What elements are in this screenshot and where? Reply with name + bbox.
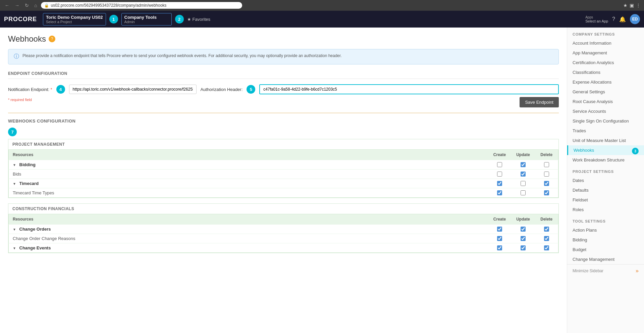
extensions-icon[interactable]: ▣ [630, 3, 634, 8]
row-label: Change Order Change Reasons [9, 234, 488, 243]
sidebar-item-work-breakdown[interactable]: Work Breakdown Structure [567, 155, 644, 165]
cocr-update-cell [512, 234, 535, 243]
bids-create-cell [488, 170, 512, 179]
notifications-button[interactable]: 🔔 [619, 16, 626, 22]
help-button[interactable]: ? [612, 16, 615, 22]
nav-home-button[interactable]: ⌂ [33, 2, 38, 9]
chevron-down-icon[interactable]: ▼ [13, 246, 16, 250]
tct-update-cell [512, 188, 535, 198]
chevron-down-icon[interactable]: ▼ [13, 182, 16, 186]
sidebar-item-account-information[interactable]: Account Information [567, 38, 644, 48]
sidebar-item-action-plans[interactable]: Action Plans [567, 225, 644, 235]
cf-label: CONSTRUCTION FINANCIALS [12, 206, 74, 211]
help-icon[interactable]: ? [49, 36, 55, 42]
table-row: ▼ Bidding [9, 160, 558, 170]
procore-logo: PROCORE [4, 16, 37, 23]
sidebar-item-expense-allocations[interactable]: Expense Allocations [567, 77, 644, 87]
bidding-update-checkbox[interactable] [521, 162, 526, 167]
timecard-delete-checkbox[interactable] [544, 181, 549, 186]
lock-icon: 🔒 [44, 3, 49, 8]
minimize-sidebar-button[interactable]: Minimize Sidebar [573, 269, 603, 273]
nav-back-button[interactable]: ← [3, 2, 11, 9]
sidebar-item-defaults[interactable]: Defaults [567, 185, 644, 195]
sidebar-item-fieldset[interactable]: Fieldset [567, 195, 644, 205]
tct-delete-checkbox[interactable] [544, 190, 549, 195]
browser-icons: ★ ▣ ⋮ [623, 3, 641, 8]
bids-update-checkbox[interactable] [521, 172, 526, 177]
info-banner: ⓘ Please provide a notification endpoint… [8, 49, 559, 64]
timecard-update-checkbox[interactable] [521, 181, 526, 186]
sidebar-item-trades[interactable]: Trades [567, 126, 644, 136]
co-delete-checkbox[interactable] [544, 227, 549, 232]
tct-update-checkbox[interactable] [521, 190, 526, 195]
ce-delete-checkbox[interactable] [544, 245, 549, 250]
table-row: ▼ Timecard [9, 179, 558, 188]
sidebar-item-webhooks[interactable]: Webhooks 3 [567, 145, 644, 155]
company-dropdown[interactable]: Toric Demo Company US02 Select a Project [43, 13, 106, 26]
auth-label: Authorization Header: [201, 87, 243, 92]
bids-delete-checkbox[interactable] [544, 172, 549, 177]
required-star: * [50, 87, 52, 92]
co-create-checkbox[interactable] [497, 227, 502, 232]
sidebar-bottom: Minimize Sidebar » [567, 264, 644, 277]
sidebar-item-dates[interactable]: Dates [567, 176, 644, 185]
sidebar-item-general-settings[interactable]: General Settings [567, 87, 644, 97]
bidding-delete-checkbox[interactable] [544, 162, 549, 167]
tools-dropdown[interactable]: Company Tools Admin [121, 13, 172, 26]
tool-settings-title: TOOL SETTINGS [567, 215, 644, 225]
pm-col-update: Update [512, 150, 535, 160]
menu-icon[interactable]: ⋮ [636, 3, 641, 8]
project-management-section: PROJECT MANAGEMENT Resources Create Upda… [8, 139, 559, 198]
row-label: ▼ Bidding [9, 160, 488, 170]
sidebar-item-budget[interactable]: Budget [567, 245, 644, 254]
table-row: Timecard Time Types [9, 188, 558, 198]
ce-update-cell [512, 243, 535, 253]
sidebar-item-service-accounts[interactable]: Service Accounts [567, 106, 644, 116]
cocr-delete-checkbox[interactable] [544, 236, 549, 241]
cocr-update-checkbox[interactable] [521, 236, 526, 241]
row-label: ▼ Change Events [9, 243, 488, 253]
sidebar-item-change-management[interactable]: Change Management [567, 254, 644, 264]
nav-refresh-button[interactable]: ↻ [23, 2, 30, 9]
tools-sub: Admin [124, 20, 169, 24]
tct-create-checkbox[interactable] [497, 190, 502, 195]
sidebar-item-app-management[interactable]: App Management [567, 48, 644, 58]
co-update-checkbox[interactable] [521, 227, 526, 232]
construction-financials-section: CONSTRUCTION FINANCIALS Resources Create… [8, 203, 559, 253]
sidebar-item-classifications[interactable]: Classifications [567, 67, 644, 77]
webhooks-config-title: WEBHOOKS CONFIGURATION [8, 118, 559, 124]
bids-create-checkbox[interactable] [497, 172, 502, 177]
ce-update-checkbox[interactable] [521, 245, 526, 250]
header-right: Apps Select an App ? 🔔 ED [585, 14, 640, 24]
favorites-button[interactable]: ★ Favorites [187, 17, 210, 22]
badge-4: 4 [56, 85, 65, 94]
user-avatar[interactable]: ED [630, 14, 640, 24]
notification-endpoint-input[interactable] [69, 85, 197, 94]
co-delete-cell [535, 225, 558, 234]
ce-create-checkbox[interactable] [497, 245, 502, 250]
bids-update-cell [512, 170, 535, 179]
company-sub: Select a Project [46, 20, 103, 24]
sidebar-item-bidding[interactable]: Bidding [567, 235, 644, 245]
sidebar-item-root-cause-analysis[interactable]: Root Cause Analysis [567, 97, 644, 106]
bidding-create-checkbox[interactable] [497, 162, 502, 167]
cocr-create-checkbox[interactable] [497, 236, 502, 241]
badge-3: 3 [632, 148, 639, 154]
bookmark-icon[interactable]: ★ [623, 3, 628, 8]
timecard-create-checkbox[interactable] [497, 181, 502, 186]
address-bar[interactable]: 🔒 us02.procore.com/562949953437228/compa… [41, 2, 242, 9]
sidebar-item-certification-analytics[interactable]: Certification Analytics [567, 58, 644, 67]
auth-header-input[interactable] [259, 84, 559, 94]
sidebar-item-unit-of-measure[interactable]: Unit of Measure Master List [567, 136, 644, 145]
nav-forward-button[interactable]: → [13, 2, 21, 9]
required-note: * required field [8, 98, 32, 102]
minimize-arrow-icon[interactable]: » [636, 268, 639, 274]
sidebar-item-roles[interactable]: Roles [567, 205, 644, 215]
chevron-down-icon[interactable]: ▼ [13, 228, 16, 231]
sidebar-item-single-sign-on[interactable]: Single Sign On Configuration [567, 116, 644, 126]
apps-select-label: Select an App [585, 19, 608, 23]
apps-selector[interactable]: Apps Select an App [585, 15, 608, 23]
endpoint-form: Notification Endpoint: * 4 Authorization… [8, 84, 559, 94]
save-endpoint-button[interactable]: Save Endpoint [520, 97, 559, 107]
chevron-down-icon[interactable]: ▼ [13, 163, 16, 167]
